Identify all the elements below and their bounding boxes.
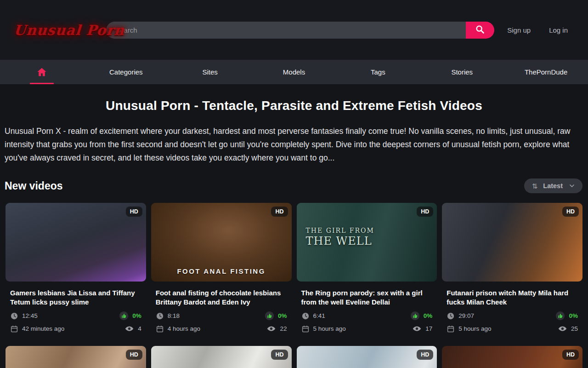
video-duration: 12:45 bbox=[22, 312, 38, 319]
site-header: Unusual Porn Sign up Log in bbox=[0, 0, 588, 60]
thumbs-up-icon bbox=[555, 311, 565, 321]
video-meta: 6:41 0% 5 hours ago bbox=[297, 311, 437, 334]
video-card[interactable]: HD Futanari prison witch Matty Mila hard… bbox=[442, 203, 582, 334]
eye-icon bbox=[412, 324, 422, 334]
page-title: Unusual Porn - Tentacle, Parasite and Ex… bbox=[0, 98, 588, 113]
site-logo-text: Unusual Porn bbox=[13, 22, 125, 38]
video-thumbnail[interactable]: HD bbox=[297, 346, 437, 368]
video-title[interactable]: Futanari prison witch Matty Mila hard fu… bbox=[442, 288, 582, 307]
video-rating: 0% bbox=[569, 312, 578, 319]
video-title[interactable]: Foot anal fisting of chocolate lesbians … bbox=[151, 288, 292, 307]
video-meta: 12:45 0% 42 minutes ago bbox=[6, 311, 146, 334]
section-header: New videos ⇅ Latest bbox=[5, 178, 582, 193]
video-thumbnail[interactable]: HD THE GIRL FROM THE WELL bbox=[297, 203, 437, 282]
auth-links: Sign up Log in bbox=[507, 26, 568, 34]
search-bar bbox=[106, 22, 494, 39]
clock-icon bbox=[447, 312, 455, 320]
chevron-down-icon bbox=[568, 182, 576, 190]
sort-selected-label: Latest bbox=[543, 182, 563, 190]
nav-item-categories[interactable]: Categories bbox=[84, 60, 168, 84]
calendar-icon bbox=[447, 325, 455, 333]
nav-item-label: Sites bbox=[202, 68, 217, 76]
video-rating: 0% bbox=[424, 312, 433, 319]
nav-item-theporndude[interactable]: ThePornDude bbox=[504, 60, 588, 84]
signup-link[interactable]: Sign up bbox=[507, 26, 531, 34]
nav-item-label: ThePornDude bbox=[525, 68, 567, 76]
site-logo[interactable]: Unusual Porn bbox=[14, 22, 99, 38]
nav-item-label: Tags bbox=[371, 68, 385, 76]
video-thumbnail[interactable]: HD bbox=[442, 346, 582, 368]
clock-icon bbox=[10, 312, 18, 320]
video-card[interactable]: HD Gamers lesbians Jia Lissa and Tiffany… bbox=[6, 203, 146, 334]
page: Unusual Porn Sign up Log in bbox=[0, 0, 588, 368]
thumbs-up-icon bbox=[119, 311, 129, 321]
eye-icon bbox=[558, 324, 567, 334]
sort-arrows-icon: ⇅ bbox=[532, 183, 538, 190]
video-thumbnail[interactable]: HD bbox=[442, 203, 582, 282]
calendar-icon bbox=[301, 325, 310, 333]
sort-dropdown[interactable]: ⇅ Latest bbox=[524, 178, 582, 193]
page-description: Unusual Porn X - realm of excitement whe… bbox=[5, 125, 583, 165]
video-age: 5 hours ago bbox=[313, 325, 346, 332]
video-thumbnail[interactable]: HD bbox=[6, 203, 146, 282]
video-thumbnail[interactable]: HD FOOT ANAL FISTING bbox=[151, 203, 292, 282]
hd-badge: HD bbox=[271, 350, 288, 360]
video-card[interactable]: HD FOOT ANAL FISTING Foot anal fisting o… bbox=[151, 203, 292, 334]
video-duration: 6:41 bbox=[313, 312, 325, 319]
video-card[interactable]: HD bbox=[151, 346, 292, 368]
login-link[interactable]: Log in bbox=[549, 26, 568, 34]
nav-item-stories[interactable]: Stories bbox=[420, 60, 504, 84]
search-icon bbox=[475, 24, 485, 36]
thumbs-up-icon bbox=[410, 311, 420, 321]
hd-badge: HD bbox=[417, 207, 433, 217]
video-rating: 0% bbox=[278, 312, 287, 319]
thumbnail-overlay-text: THE GIRL FROM THE WELL bbox=[306, 227, 374, 247]
video-grid: HD Gamers lesbians Jia Lissa and Tiffany… bbox=[6, 203, 582, 368]
video-card[interactable]: HD THE GIRL FROM THE WELL The Ring porn … bbox=[297, 203, 437, 334]
video-duration: 8:18 bbox=[168, 312, 180, 319]
hd-badge: HD bbox=[562, 350, 579, 360]
hd-badge: HD bbox=[126, 207, 142, 217]
nav-item-models[interactable]: Models bbox=[252, 60, 336, 84]
home-icon bbox=[36, 67, 47, 78]
hd-badge: HD bbox=[271, 207, 288, 217]
calendar-icon bbox=[10, 325, 18, 333]
video-age: 4 hours ago bbox=[168, 325, 200, 332]
video-meta: 8:18 0% 4 hours ago bbox=[151, 311, 292, 334]
hd-badge: HD bbox=[562, 207, 579, 217]
section-heading: New videos bbox=[5, 180, 63, 192]
hd-badge: HD bbox=[417, 350, 433, 360]
nav-item-label: Categories bbox=[109, 68, 143, 76]
eye-icon bbox=[124, 324, 134, 334]
video-duration: 29:07 bbox=[458, 312, 474, 319]
video-thumbnail[interactable]: HD bbox=[151, 346, 292, 368]
video-views: 17 bbox=[425, 325, 432, 332]
eye-icon bbox=[266, 324, 276, 334]
calendar-icon bbox=[156, 325, 164, 333]
video-age: 42 minutes ago bbox=[22, 325, 64, 332]
search-button[interactable] bbox=[466, 22, 494, 39]
nav-item-home[interactable] bbox=[0, 60, 84, 84]
thumbnail-overlay-text: FOOT ANAL FISTING bbox=[151, 267, 292, 275]
thumbs-up-icon bbox=[265, 311, 274, 321]
video-rating: 0% bbox=[132, 312, 141, 319]
search-input[interactable] bbox=[106, 22, 466, 39]
nav-item-label: Stories bbox=[451, 68, 473, 76]
clock-icon bbox=[301, 312, 310, 320]
video-views: 4 bbox=[138, 325, 141, 332]
video-thumbnail[interactable]: HD bbox=[6, 346, 146, 368]
video-card[interactable]: HD bbox=[442, 346, 582, 368]
video-title[interactable]: Gamers lesbians Jia Lissa and Tiffany Te… bbox=[6, 288, 146, 307]
hd-badge: HD bbox=[126, 350, 142, 360]
nav-item-sites[interactable]: Sites bbox=[168, 60, 252, 84]
nav-item-tags[interactable]: Tags bbox=[336, 60, 420, 84]
video-meta: 29:07 0% 5 hours ago bbox=[442, 311, 582, 334]
video-card[interactable]: HD bbox=[6, 346, 146, 368]
video-views: 25 bbox=[571, 325, 578, 332]
video-age: 5 hours ago bbox=[458, 325, 491, 332]
nav-item-label: Models bbox=[283, 68, 305, 76]
video-title[interactable]: The Ring porn parody: sex with a girl fr… bbox=[297, 288, 437, 307]
main-nav: Categories Sites Models Tags Stories The… bbox=[0, 60, 588, 84]
video-card[interactable]: HD bbox=[297, 346, 437, 368]
video-views: 22 bbox=[280, 325, 287, 332]
